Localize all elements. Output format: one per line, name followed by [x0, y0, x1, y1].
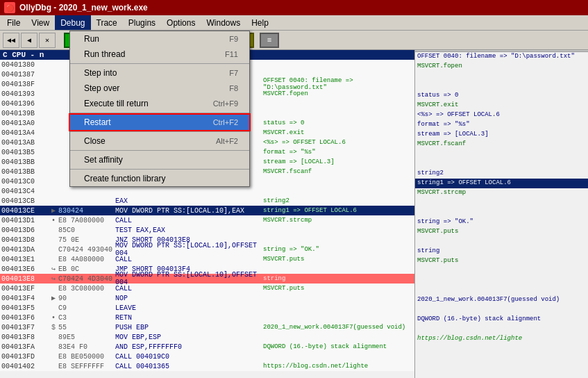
- right-panel-line: [415, 208, 588, 217]
- asm-address: 004013F6: [0, 314, 49, 322]
- menu-item-label: Step into: [84, 68, 117, 78]
- asm-marker: ↪: [49, 265, 58, 273]
- table-row[interactable]: 004013F4 ▶ 90 NOP: [0, 293, 414, 303]
- asm-bytes: E8 SEFFFFFF: [58, 363, 114, 370]
- asm-bytes: C3: [58, 314, 114, 322]
- asm-instruction: PUSH EBP: [114, 324, 262, 331]
- asm-address: 004013BB: [0, 168, 49, 176]
- menu-item-run[interactable]: RunF9: [70, 31, 249, 47]
- asm-marker: •: [49, 314, 58, 322]
- right-panel-line: string => "OK.": [415, 217, 588, 227]
- asm-address: 004013CB: [0, 197, 49, 205]
- asm-instruction: AND ESP,FFFFFFF0: [114, 343, 262, 351]
- right-panel-line: OFFSET 0040: filename => "D:\password.tx…: [415, 52, 588, 62]
- asm-address: 004013E1: [0, 256, 49, 263]
- table-row[interactable]: 004013FA 83E4 F0 AND ESP,FFFFFFF0 DQWORD…: [0, 342, 414, 352]
- table-row[interactable]: 004013DA C70424 493040 MOV DWORD PTR SS:…: [0, 245, 414, 254]
- menu-options[interactable]: Options: [161, 15, 201, 30]
- menu-item-step-into[interactable]: Step intoF7: [70, 65, 249, 81]
- menu-separator: [70, 150, 249, 151]
- asm-address: 004013FD: [0, 353, 49, 361]
- table-row[interactable]: 004013FD E8 BE050000 CALL 004019C0: [0, 352, 414, 361]
- table-row[interactable]: 004013E1 E8 4A080000 CALL MSVCRT.puts: [0, 254, 414, 264]
- right-panel-line: [415, 159, 588, 169]
- menu-item-label: Create function library: [84, 174, 165, 183]
- menu-item-restart[interactable]: RestartCtrl+F2: [70, 115, 249, 130]
- toolbar-table-btn[interactable]: ≡: [260, 33, 279, 48]
- table-row[interactable]: 004013F6 • C3 RETN: [0, 313, 414, 322]
- asm-address: 004013D6: [0, 227, 49, 234]
- menu-windows[interactable]: Windows: [201, 15, 246, 30]
- debug-dropdown-menu[interactable]: RunF9Run threadF11Step intoF7Step overF8…: [69, 31, 250, 187]
- menu-bar: File View Debug Trace Plugins Options Wi…: [0, 15, 588, 31]
- asm-comment: MSVCRT.puts: [262, 256, 414, 263]
- asm-address: 004013CE: [0, 207, 49, 215]
- table-row[interactable]: 004013C4: [0, 186, 414, 196]
- table-row[interactable]: 004013CB EAX string2: [0, 196, 414, 206]
- asm-instruction: CALL 00401365: [114, 363, 262, 370]
- asm-bytes: 85C0: [58, 227, 114, 234]
- right-panel: OFFSET 0040: filename => "D:\password.tx…: [414, 50, 588, 378]
- asm-address: 004013D1: [0, 217, 49, 224]
- table-row[interactable]: 004013EF E8 3C080000 CALL MSVCRT.puts: [0, 284, 414, 293]
- menu-item-run-thread[interactable]: Run threadF11: [70, 47, 249, 62]
- asm-comment: MSVCRT.strcmp: [262, 217, 414, 224]
- right-panel-line: status => 0: [415, 91, 588, 101]
- right-panel-line: MSVCRT.puts: [415, 227, 588, 237]
- table-row[interactable]: 00401402 E8 SEFFFFFF CALL 00401365 https…: [0, 361, 414, 371]
- asm-instruction: CALL: [114, 217, 262, 224]
- right-panel-line: [415, 276, 588, 286]
- table-row[interactable]: 004013D6 85C0 TEST EAX,EAX: [0, 225, 414, 235]
- menu-item-close[interactable]: CloseAlt+F2: [70, 133, 249, 149]
- asm-bytes: E8 4A080000: [58, 256, 114, 263]
- toolbar-back[interactable]: ◀: [21, 33, 37, 48]
- menu-plugins[interactable]: Plugins: [123, 15, 161, 30]
- menu-item-label: Run: [84, 34, 99, 44]
- toolbar-rewind[interactable]: ◀◀: [3, 33, 19, 48]
- table-row[interactable]: 004013E8 ↪ C70424 4D3040 MOV DWORD PTR S…: [0, 274, 414, 284]
- asm-instruction: MOV DWORD PTR SS:[LOCAL.10],EAX: [114, 207, 262, 215]
- asm-address: 004013E8: [0, 275, 49, 283]
- asm-comment: https://blog.csdn.net/lighte: [262, 363, 414, 370]
- table-row[interactable]: 004013F5 C9 LEAVE: [0, 303, 414, 313]
- menu-item-label: Set affinity: [84, 155, 123, 165]
- toolbar-close[interactable]: ✕: [39, 33, 56, 48]
- asm-comment: MSVCRT.fscanf: [262, 168, 414, 175]
- app-icon: 🔴: [4, 2, 15, 13]
- asm-bytes: C9: [58, 304, 114, 312]
- table-row[interactable]: 004013F7 $ 55 PUSH EBP 2020_1_new_work.0…: [0, 322, 414, 332]
- asm-comment: format => "%s": [262, 149, 414, 156]
- asm-comment: string => "OK.": [262, 246, 414, 253]
- menu-view[interactable]: View: [26, 15, 55, 30]
- right-panel-line: [415, 237, 588, 247]
- table-row[interactable]: 004013F8 89E5 MOV EBP,ESP: [0, 332, 414, 342]
- asm-comment: MSVCRT.puts: [262, 285, 414, 292]
- asm-instruction: RETN: [114, 314, 262, 322]
- menu-file[interactable]: File: [1, 15, 26, 30]
- asm-address: 004013B5: [0, 149, 49, 156]
- menu-trace[interactable]: Trace: [91, 15, 123, 30]
- menu-item-set-affinity[interactable]: Set affinity: [70, 152, 249, 167]
- asm-comment: status => 0: [262, 120, 414, 126]
- asm-instruction: LEAVE: [114, 304, 262, 312]
- menu-debug[interactable]: Debug: [55, 15, 90, 30]
- right-panel-line: format => "%s": [415, 120, 588, 130]
- asm-address: 004013E6: [0, 265, 49, 273]
- right-panel-line: 2020_1_new_work.004013F7(guessed void): [415, 295, 588, 305]
- asm-bytes: E8 3C080000: [58, 285, 114, 293]
- menu-help[interactable]: Help: [246, 15, 274, 30]
- right-panel-line: string2: [415, 169, 588, 179]
- title-text: OllyDbg - 2020_1_new_work.exe: [19, 3, 148, 13]
- asm-address: 004013D8: [0, 236, 49, 244]
- menu-shortcut: Ctrl+F9: [213, 99, 238, 108]
- menu-item-create-function-library[interactable]: Create function library: [70, 171, 249, 186]
- asm-address: 004013C4: [0, 188, 49, 195]
- table-row[interactable]: 004013D1 • E8 7A080000 CALL MSVCRT.strcm…: [0, 215, 414, 225]
- menu-item-execute-till-return[interactable]: Execute till returnCtrl+F9: [70, 96, 249, 111]
- asm-comment: string2: [262, 197, 414, 204]
- title-bar: 🔴 OllyDbg - 2020_1_new_work.exe: [0, 0, 588, 15]
- table-row[interactable]: 004013CE ▶ 830424 MOV DWORD PTR SS:[LOCA…: [0, 206, 414, 215]
- menu-item-step-over[interactable]: Step overF8: [70, 81, 249, 96]
- asm-bytes: C70424 493040: [58, 246, 114, 254]
- right-panel-line: [415, 266, 588, 276]
